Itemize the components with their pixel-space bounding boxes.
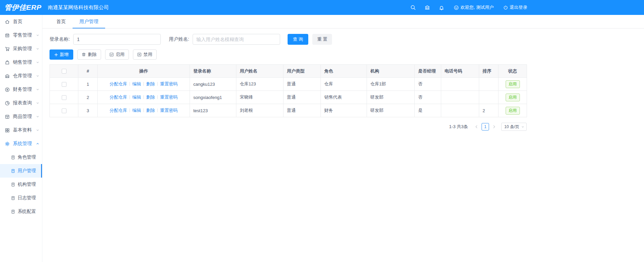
link-separator — [157, 95, 158, 99]
bell-icon[interactable] — [439, 5, 444, 10]
delete-link[interactable]: 删除 — [146, 95, 155, 100]
sidebar-item-reports[interactable]: 报表查询 — [0, 96, 42, 110]
cell-sort — [479, 78, 499, 91]
col-index: # — [78, 65, 98, 78]
select-all-checkbox[interactable] — [62, 69, 66, 74]
query-button[interactable]: 查 询 — [288, 34, 309, 45]
assign-warehouse-link[interactable]: 分配仓库 — [110, 108, 127, 113]
table-row: 1 分配仓库编辑删除重置密码 cangku123 仓库123 普通 仓库 仓库1… — [50, 78, 527, 91]
table-row: 2 分配仓库编辑删除重置密码 songxiaofeng1 宋晓锋 普通 销售代表… — [50, 91, 527, 104]
sidebar-item-label: 系统管理 — [13, 141, 32, 147]
logout-button[interactable]: 退出登录 — [503, 4, 527, 11]
page-size-select[interactable]: 10 条/页 — [501, 123, 527, 131]
edit-link[interactable]: 编辑 — [132, 95, 141, 100]
cell-sort — [479, 91, 499, 104]
enable-button[interactable]: 启用 — [105, 49, 129, 60]
sidebar-item-label: 采购管理 — [13, 46, 32, 52]
sidebar-item-retail[interactable]: 零售管理 — [0, 28, 42, 42]
delete-link[interactable]: 删除 — [146, 108, 155, 113]
main-area: 首页 用户管理 登录名称: 用户姓名: 查 询 重 置 — [42, 15, 644, 262]
purchase-icon — [5, 46, 10, 52]
sidebar-item-user-mgmt[interactable]: 用户管理 — [0, 164, 42, 178]
reset-password-link[interactable]: 重置密码 — [160, 81, 178, 86]
sidebar-item-finance[interactable]: 财务管理 — [0, 83, 42, 96]
sidebar-item-basic-data[interactable]: 基本资料 — [0, 123, 42, 137]
cell-index: 1 — [78, 78, 98, 91]
sidebar-item-org-mgmt[interactable]: 机构管理 — [0, 178, 42, 191]
sidebar-item-system-config[interactable]: 系统配置 — [0, 205, 42, 218]
cell-actions: 分配仓库编辑删除重置密码 — [98, 91, 190, 104]
cell-org: 研发部 — [367, 91, 415, 104]
link-separator — [143, 82, 144, 86]
disable-button[interactable]: 禁用 — [133, 49, 157, 60]
row-checkbox[interactable] — [62, 95, 66, 100]
sidebar-item-goods[interactable]: 商品管理 — [0, 110, 42, 123]
delete-link[interactable]: 删除 — [146, 81, 155, 86]
welcome-user[interactable]: 欢迎您, 测试用户 — [454, 4, 494, 11]
cell-org: 研发部 — [367, 104, 415, 117]
add-button[interactable]: 新增 — [50, 49, 73, 60]
chevron-down-icon — [36, 74, 39, 78]
edit-link[interactable]: 编辑 — [132, 81, 141, 86]
next-page-icon[interactable] — [490, 123, 498, 130]
prev-page-icon[interactable] — [473, 123, 480, 130]
users-table: # 操作 登录名称 用户姓名 用户类型 角色 机构 是否经理 电话号码 排序 状… — [50, 64, 527, 117]
gear-icon — [5, 141, 10, 146]
tab-user-management[interactable]: 用户管理 — [73, 15, 105, 28]
link-separator — [143, 95, 144, 99]
building-icon[interactable] — [425, 5, 430, 10]
cell-role: 财务 — [321, 104, 367, 117]
tab-home[interactable]: 首页 — [50, 15, 73, 28]
trash-icon — [82, 53, 86, 57]
assign-warehouse-link[interactable]: 分配仓库 — [110, 95, 127, 100]
sidebar-item-warehouse[interactable]: 仓库管理 — [0, 69, 42, 83]
report-icon — [5, 101, 10, 106]
app-logo: 管伊佳ERP — [0, 3, 42, 12]
sidebar-item-system[interactable]: 系统管理 — [0, 137, 42, 150]
sidebar-item-sales[interactable]: 销售管理 — [0, 56, 42, 69]
sidebar-item-label: 零售管理 — [13, 32, 32, 38]
home-icon — [5, 19, 10, 24]
reset-password-link[interactable]: 重置密码 — [160, 95, 178, 100]
user-name-input[interactable] — [193, 34, 280, 45]
row-checkbox[interactable] — [62, 82, 66, 87]
page-size-value: 10 条/页 — [504, 124, 519, 130]
sidebar-item-label: 系统配置 — [18, 208, 36, 215]
document-icon — [11, 169, 15, 173]
assign-warehouse-link[interactable]: 分配仓库 — [110, 81, 127, 86]
sidebar-item-label: 基本资料 — [13, 127, 32, 133]
col-actions: 操作 — [98, 65, 190, 78]
check-square-icon — [110, 53, 114, 57]
document-icon — [11, 182, 15, 187]
sidebar-item-role-mgmt[interactable]: 角色管理 — [0, 150, 42, 164]
cell-sort: 2 — [479, 104, 499, 117]
sidebar-item-label: 角色管理 — [18, 154, 36, 160]
chevron-down-icon — [36, 61, 39, 64]
col-type: 用户类型 — [284, 65, 321, 78]
status-badge: 启用 — [506, 80, 520, 88]
sidebar-item-home[interactable]: 首页 — [0, 15, 42, 28]
row-checkbox[interactable] — [62, 108, 66, 113]
col-status: 状态 — [499, 65, 527, 78]
cell-type: 普通 — [284, 104, 321, 117]
query-button-label: 查 询 — [293, 36, 303, 42]
reset-button[interactable]: 重 置 — [312, 34, 332, 45]
tab-label: 用户管理 — [79, 19, 98, 25]
col-org: 机构 — [367, 65, 415, 78]
link-separator — [130, 108, 130, 112]
reset-password-link[interactable]: 重置密码 — [160, 108, 178, 113]
reset-button-label: 重 置 — [317, 36, 327, 42]
add-button-label: 新增 — [60, 52, 69, 58]
sidebar-item-label: 报表查询 — [13, 100, 32, 106]
cell-manager: 否 — [415, 91, 441, 104]
search-icon[interactable] — [410, 5, 416, 10]
login-name-input[interactable] — [73, 34, 161, 45]
sidebar-item-log-mgmt[interactable]: 日志管理 — [0, 191, 42, 205]
cell-status: 启用 — [499, 78, 527, 91]
chevron-down-icon — [36, 128, 39, 132]
edit-link[interactable]: 编辑 — [132, 108, 141, 113]
col-name: 用户姓名 — [236, 65, 284, 78]
delete-button[interactable]: 删除 — [77, 49, 101, 60]
page-number-button[interactable]: 1 — [482, 123, 489, 130]
sidebar-item-purchase[interactable]: 采购管理 — [0, 42, 42, 56]
